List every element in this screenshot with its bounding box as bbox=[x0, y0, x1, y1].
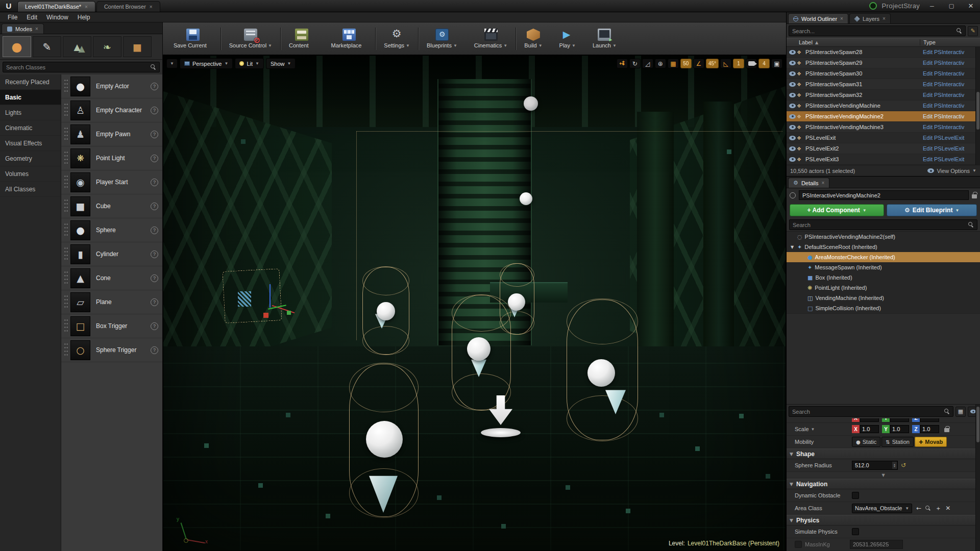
edit-type-link[interactable]: Edit PSInteractiv bbox=[920, 103, 980, 109]
dropdown-caret-icon[interactable]: ▼ bbox=[268, 43, 272, 48]
toolbar-button[interactable]: Play ▼ bbox=[555, 27, 580, 51]
outliner-row[interactable]: ❖ PSLevelExit Edit PSLevelExit bbox=[787, 133, 980, 143]
section-physics[interactable]: ▼ Physics bbox=[787, 515, 980, 525]
visibility-eye-icon[interactable] bbox=[789, 71, 796, 76]
placeable-item[interactable]: Cube ? bbox=[61, 194, 162, 218]
mode-tool-button[interactable] bbox=[63, 36, 91, 57]
add-component-button[interactable]: + Add Component ▼ bbox=[790, 204, 884, 216]
drag-grip-icon[interactable] bbox=[64, 151, 68, 166]
outliner-row[interactable]: ❖ PSInteractiveVendingMachine Edit PSInt… bbox=[787, 101, 980, 111]
toolbar-button[interactable]: Source Control ▼ bbox=[225, 27, 277, 51]
outliner-row[interactable]: ❖ PSInteractiveSpawn28 Edit PSInteractiv bbox=[787, 47, 980, 58]
menu-item[interactable]: Window bbox=[42, 14, 73, 21]
component-row[interactable]: ▼ AreaMonsterChecker (Inherited) bbox=[787, 252, 980, 262]
visibility-eye-icon[interactable] bbox=[789, 114, 796, 119]
search-classes-input[interactable] bbox=[6, 64, 148, 70]
grid-snap-value[interactable]: 50 bbox=[680, 59, 692, 68]
edit-type-link[interactable]: Edit PSLevelExit bbox=[920, 135, 980, 141]
scale-axis-field[interactable]: X 1.0 bbox=[852, 425, 879, 433]
component-row[interactable]: ▼ SimpleCollision (Inherited) bbox=[787, 303, 980, 313]
tab-layers[interactable]: Layers × bbox=[849, 13, 891, 23]
item-help-icon[interactable]: ? bbox=[151, 227, 158, 234]
dropdown-caret-icon[interactable]: ▼ bbox=[538, 43, 543, 48]
outliner-row[interactable]: ❖ PSLevelExit2 Edit PSLevelExit bbox=[787, 143, 980, 154]
camera-speed-icon[interactable] bbox=[746, 59, 757, 68]
toolbar-button[interactable]: Content ▼ bbox=[284, 27, 318, 51]
placeable-item[interactable]: Empty Pawn ? bbox=[61, 122, 162, 146]
outliner-scrollbar[interactable] bbox=[975, 47, 980, 165]
minimize-button[interactable]: ─ bbox=[925, 1, 939, 11]
placeable-item[interactable]: Cone ? bbox=[61, 266, 162, 290]
visibility-eye-icon[interactable] bbox=[789, 104, 796, 108]
level-name[interactable]: Level01TheDarkBase (Persistent) bbox=[688, 540, 779, 547]
mode-tool-button[interactable] bbox=[3, 36, 31, 57]
item-help-icon[interactable]: ? bbox=[151, 298, 158, 306]
item-help-icon[interactable]: ? bbox=[151, 179, 158, 186]
tab-close-icon[interactable]: × bbox=[840, 16, 843, 21]
close-button[interactable]: ✕ bbox=[964, 1, 978, 11]
placeable-item[interactable]: Empty Character ? bbox=[61, 98, 162, 122]
gizmo-handle[interactable] bbox=[263, 313, 268, 318]
tab-close-icon[interactable]: × bbox=[35, 26, 38, 32]
rotate-tool-icon[interactable]: ↻ bbox=[629, 59, 641, 68]
component-row[interactable]: ▼ PSInteractiveVendingMachine2(self) bbox=[787, 232, 980, 242]
drag-grip-icon[interactable] bbox=[64, 318, 68, 334]
toolbar-button[interactable]: Blueprints ▼ bbox=[422, 27, 462, 51]
tab-close-icon[interactable]: × bbox=[883, 16, 886, 21]
menu-item[interactable]: Edit bbox=[22, 14, 42, 21]
scale-axis-field[interactable]: Y 1.0 bbox=[882, 425, 909, 433]
item-help-icon[interactable]: ? bbox=[151, 251, 158, 258]
placeable-item[interactable]: Point Light ? bbox=[61, 146, 162, 170]
window-tab[interactable]: Content Browser × bbox=[96, 1, 160, 12]
scale-axis-field[interactable]: Z 1.0 bbox=[912, 425, 939, 433]
add-icon[interactable]: ＋ bbox=[935, 504, 941, 513]
properties-scrollbar[interactable] bbox=[975, 405, 980, 551]
drag-grip-icon[interactable] bbox=[64, 174, 68, 190]
edit-type-link[interactable]: Edit PSInteractiv bbox=[920, 70, 980, 77]
mode-tool-button[interactable] bbox=[33, 36, 61, 57]
maximize-viewport-icon[interactable]: ▣ bbox=[771, 59, 782, 68]
components-search-input[interactable] bbox=[793, 222, 966, 228]
outliner-search-input[interactable] bbox=[792, 28, 954, 34]
collapse-arrow-icon[interactable]: ▼ bbox=[790, 482, 793, 487]
maximize-button[interactable]: ▢ bbox=[944, 1, 959, 11]
tab-close-icon[interactable]: × bbox=[822, 180, 825, 186]
visibility-eye-icon[interactable] bbox=[789, 50, 796, 55]
component-row[interactable]: ▼ PointLight (Inherited) bbox=[787, 283, 980, 293]
mass-field[interactable]: 20531.265625 bbox=[850, 540, 903, 549]
toolbar-button[interactable]: Settings ▼ bbox=[379, 27, 414, 51]
reset-to-default-icon[interactable]: ↺ bbox=[901, 462, 906, 469]
edit-blueprint-button[interactable]: ⚙ Edit Blueprint ▼ bbox=[887, 204, 977, 216]
actor-name-field[interactable] bbox=[799, 190, 969, 200]
visibility-eye-icon[interactable] bbox=[789, 125, 796, 130]
search-classes-box[interactable] bbox=[3, 62, 160, 72]
visibility-eye-icon[interactable] bbox=[789, 146, 796, 151]
toolbar-button[interactable]: Launch ▼ bbox=[588, 27, 621, 51]
grid-snap-icon[interactable]: ▦ bbox=[668, 59, 679, 68]
drag-grip-icon[interactable] bbox=[64, 127, 68, 142]
area-class-dropdown[interactable]: NavArea_Obstacle ▼ bbox=[852, 504, 912, 513]
simulate-physics-checkbox[interactable] bbox=[852, 528, 859, 535]
mode-category[interactable]: Volumes bbox=[0, 166, 61, 182]
drag-grip-icon[interactable] bbox=[64, 294, 68, 310]
properties-search-box[interactable] bbox=[789, 406, 953, 417]
mass-override-checkbox[interactable] bbox=[795, 541, 802, 548]
tab-details[interactable]: ⚙ Details × bbox=[788, 178, 829, 188]
lock-icon[interactable] bbox=[972, 194, 977, 198]
spinner-icon[interactable]: ▲▼ bbox=[892, 462, 897, 469]
perspective-button[interactable]: Perspective ▼ bbox=[180, 58, 233, 69]
tab-close-icon[interactable]: × bbox=[150, 4, 153, 10]
visibility-eye-icon[interactable] bbox=[789, 93, 796, 97]
gizmo-handle[interactable] bbox=[287, 311, 291, 315]
mode-category[interactable]: Lights bbox=[0, 105, 61, 120]
component-row[interactable]: ▼ Box (Inherited) bbox=[787, 272, 980, 283]
toolbar-button[interactable]: Save Current ▼ bbox=[169, 27, 217, 51]
window-tab[interactable]: Level01TheDarkBase* × bbox=[17, 1, 95, 12]
show-button[interactable]: Show ▼ bbox=[266, 58, 296, 69]
item-help-icon[interactable]: ? bbox=[151, 274, 158, 282]
placeable-item[interactable]: Box Trigger ? bbox=[61, 314, 162, 338]
outliner-row[interactable]: ❖ PSInteractiveVendingMachine2 Edit PSIn… bbox=[787, 111, 980, 122]
outliner-row[interactable]: ❖ PSLevelExit3 Edit PSLevelExit bbox=[787, 154, 980, 165]
mobility-option[interactable]: Movab bbox=[915, 437, 947, 447]
item-help-icon[interactable]: ? bbox=[151, 322, 158, 330]
